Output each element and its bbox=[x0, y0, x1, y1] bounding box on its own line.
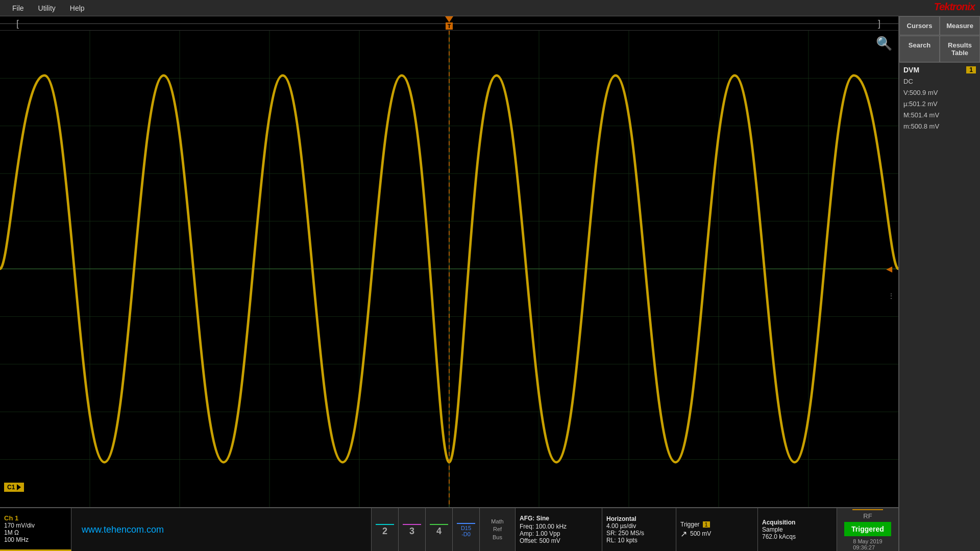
ch3-stub[interactable]: 3 bbox=[399, 508, 426, 551]
ref-label: Ref bbox=[493, 525, 502, 533]
horizontal-time-div: 4.00 µs/div bbox=[606, 522, 672, 530]
waveform-container: ◄ ⋮ 🔍 C1 bbox=[0, 31, 898, 507]
d15d0-stub[interactable]: D15-D0 bbox=[453, 508, 480, 551]
bus-label: Bus bbox=[493, 534, 502, 541]
rf-label: RF bbox=[863, 512, 872, 520]
trigger-level: 500 mV bbox=[690, 530, 711, 537]
dvm-mode: DC bbox=[903, 76, 976, 87]
main-area: [ ] T bbox=[0, 16, 980, 551]
afg-info-section[interactable]: AFG: Sine Freq: 100.00 kHz Amp: 1.00 Vpp… bbox=[516, 508, 602, 551]
afg-amp: Amp: 1.00 Vpp bbox=[520, 530, 598, 537]
horizontal-title: Horizontal bbox=[606, 515, 672, 522]
ch1-arrow-icon bbox=[17, 484, 21, 490]
horizontal-info-section[interactable]: Horizontal 4.00 µs/div SR: 250 MS/s RL: … bbox=[602, 508, 676, 551]
acquisition-mode: Sample bbox=[762, 526, 832, 533]
ch3-line bbox=[403, 524, 421, 525]
triggered-button[interactable]: Triggered bbox=[844, 522, 891, 536]
trigger-info-badge: 1 bbox=[703, 521, 710, 528]
dvm-mu: µ:501.2 mV bbox=[903, 98, 976, 110]
website-section: www.tehencom.com bbox=[71, 508, 372, 551]
math-ref-bus-section[interactable]: Math Ref Bus bbox=[480, 508, 516, 551]
trigger-info-section[interactable]: Trigger 1 ↗ 500 mV bbox=[676, 508, 758, 551]
search-button[interactable]: Search bbox=[899, 36, 940, 62]
d15d0-label: D15-D0 bbox=[461, 525, 471, 537]
acquisition-info-section[interactable]: Acquisition Sample 762.0 kAcqs bbox=[758, 508, 837, 551]
menu-bar: File Utility Help Tektronix bbox=[0, 0, 980, 16]
results-table-button[interactable]: Results Table bbox=[940, 36, 980, 62]
rf-line bbox=[852, 509, 883, 510]
afg-title: AFG: Sine bbox=[520, 515, 598, 522]
datetime: 8 May 2019 09:36:27 bbox=[853, 538, 882, 550]
acquisition-acqs: 762.0 kAcqs bbox=[762, 533, 832, 540]
trigger-info-title: Trigger bbox=[680, 521, 700, 528]
ch1-info-section[interactable]: Ch 1 170 mV/div 1M Ω 100 MHz bbox=[0, 508, 71, 551]
afg-offset: Offset: 500 mV bbox=[520, 537, 598, 544]
trigger-marker: T bbox=[445, 16, 453, 30]
ch2-num: 2 bbox=[382, 526, 387, 537]
acquisition-title: Acquisition bbox=[762, 519, 832, 526]
trigger-arrow-icon: ◄ bbox=[884, 263, 894, 275]
ch1-label: C1 bbox=[4, 483, 24, 492]
d15d0-line bbox=[457, 523, 475, 524]
dvm-section: DVM 1 DC V:500.9 mV µ:501.2 mV M:501.4 m… bbox=[899, 63, 980, 551]
dvm-m-upper: M:501.4 mV bbox=[903, 110, 976, 121]
dvm-badge: 1 bbox=[966, 66, 976, 73]
ch3-num: 3 bbox=[409, 526, 414, 537]
tektronix-logo: Tektronix bbox=[934, 1, 975, 13]
ch1-name: Ch 1 bbox=[4, 514, 67, 522]
ch2-stub[interactable]: 2 bbox=[372, 508, 399, 551]
dvm-header: DVM 1 bbox=[903, 66, 976, 74]
dvm-title: DVM bbox=[903, 66, 919, 74]
ch4-line bbox=[430, 524, 448, 525]
right-panel: Cursors Measure Search Results Table DVM… bbox=[898, 16, 980, 551]
ch1-vdiv: 170 mV/div bbox=[4, 522, 67, 529]
afg-freq: Freq: 100.00 kHz bbox=[520, 523, 598, 530]
scope-area: [ ] T bbox=[0, 16, 898, 551]
math-label: Math bbox=[491, 518, 503, 525]
search-results-buttons: Search Results Table bbox=[899, 36, 980, 63]
bottom-bar: Ch 1 170 mV/div 1M Ω 100 MHz www.tehenco… bbox=[0, 507, 898, 551]
ch1-text: C1 bbox=[7, 484, 15, 491]
website-text: www.tehencom.com bbox=[82, 524, 367, 535]
trigger-slope-icon: ↗ bbox=[680, 529, 687, 539]
dvm-m-lower: m:500.8 mV bbox=[903, 121, 976, 132]
horizontal-record-length: RL: 10 kpts bbox=[606, 537, 672, 544]
time-text: 09:36:27 bbox=[853, 544, 882, 550]
right-top-buttons: Cursors Measure bbox=[899, 16, 980, 36]
rf-triggered-section: RF Triggered 8 May 2019 09:36:27 bbox=[837, 508, 898, 551]
cursors-button[interactable]: Cursors bbox=[899, 16, 940, 35]
trigger-t-label: T bbox=[446, 22, 453, 30]
ch4-stub[interactable]: 4 bbox=[426, 508, 453, 551]
three-dot-menu[interactable]: ⋮ bbox=[888, 293, 894, 299]
horizontal-sample-rate: SR: 250 MS/s bbox=[606, 530, 672, 537]
menu-help[interactable]: Help bbox=[63, 2, 92, 14]
trigger-bracket-left: [ bbox=[16, 18, 19, 29]
dvm-v: V:500.9 mV bbox=[903, 87, 976, 98]
ch2-line bbox=[376, 524, 394, 525]
menu-file[interactable]: File bbox=[5, 2, 31, 14]
ch1-bandwidth: 100 MHz bbox=[4, 536, 67, 543]
trigger-triangle-icon bbox=[445, 16, 453, 22]
waveform-svg bbox=[0, 31, 898, 507]
trigger-bar: [ ] T bbox=[0, 16, 898, 31]
magnifier-icon[interactable]: 🔍 bbox=[876, 36, 892, 52]
date-text: 8 May 2019 bbox=[853, 538, 882, 544]
ch4-num: 4 bbox=[436, 526, 442, 537]
trigger-bracket-right: ] bbox=[878, 18, 880, 29]
measure-button[interactable]: Measure bbox=[940, 16, 980, 35]
ch1-impedance: 1M Ω bbox=[4, 529, 67, 536]
menu-utility[interactable]: Utility bbox=[31, 2, 63, 14]
